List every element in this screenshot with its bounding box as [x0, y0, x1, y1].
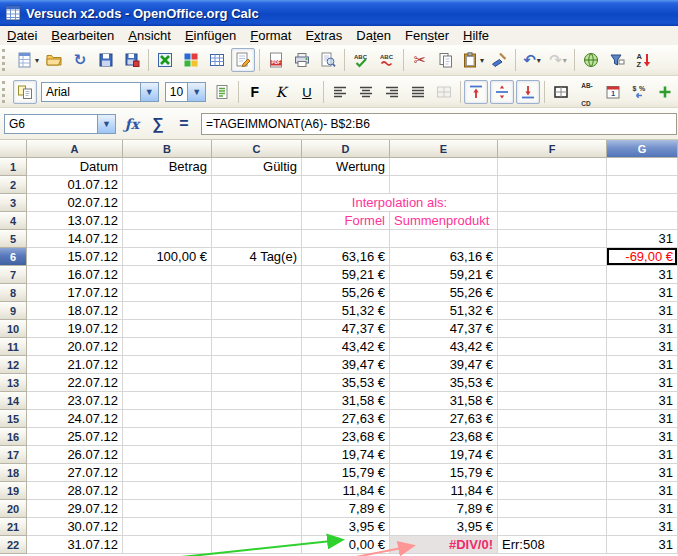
align-left-button[interactable] [328, 80, 352, 104]
cell-e2[interactable] [390, 176, 498, 194]
row-header-9[interactable]: 9 [0, 302, 27, 320]
cell-b5[interactable] [123, 230, 212, 248]
cell-g3[interactable] [607, 194, 678, 212]
cell-a12[interactable]: 21.07.12 [27, 356, 123, 374]
cell-g19[interactable]: 31 [607, 482, 678, 500]
auto-spellcheck-button[interactable]: ABC [375, 48, 399, 72]
font-size-dropdown[interactable]: ▼ [187, 83, 205, 101]
cell-c18[interactable] [212, 464, 302, 482]
cell-f16[interactable] [498, 428, 607, 446]
name-box-dropdown[interactable]: ▼ [97, 115, 115, 133]
cell-e5[interactable] [390, 230, 498, 248]
cell-e8[interactable]: 55,26 € [390, 284, 498, 302]
reload-button[interactable]: ↻ [68, 48, 92, 72]
cell-f7[interactable] [498, 266, 607, 284]
align-right-button[interactable] [380, 80, 404, 104]
cell-f13[interactable] [498, 374, 607, 392]
cell-e14[interactable]: 31,58 € [390, 392, 498, 410]
row-header-15[interactable]: 15 [0, 410, 27, 428]
cell-f5[interactable] [498, 230, 607, 248]
cell-c14[interactable] [212, 392, 302, 410]
toolbar-grip[interactable] [2, 81, 10, 103]
cell-c20[interactable] [212, 500, 302, 518]
cell-d3[interactable]: Interpolation als: [302, 194, 498, 212]
dropdown-caret[interactable]: ▾ [537, 56, 541, 65]
cell-d7[interactable]: 59,21 € [302, 266, 390, 284]
paste-button[interactable]: ▾ [460, 48, 485, 72]
cell-b22[interactable] [123, 536, 212, 554]
cell-g20[interactable]: 31 [607, 500, 678, 518]
cell-a20[interactable]: 29.07.12 [27, 500, 123, 518]
cell-d11[interactable]: 43,42 € [302, 338, 390, 356]
borders-button[interactable] [549, 80, 573, 104]
menu-extras[interactable]: Extras [298, 27, 349, 44]
cell-a10[interactable]: 19.07.12 [27, 320, 123, 338]
cell-c6[interactable]: 4 Tag(e) [212, 248, 302, 266]
cut-button[interactable]: ✂ [408, 48, 432, 72]
row-header-7[interactable]: 7 [0, 266, 27, 284]
dropdown-caret[interactable]: ▾ [563, 56, 567, 65]
row-header-13[interactable]: 13 [0, 374, 27, 392]
cell-g8[interactable]: 31 [607, 284, 678, 302]
cell-d15[interactable]: 27,63 € [302, 410, 390, 428]
font-size-combo[interactable]: 10▼ [165, 82, 206, 102]
align-vcenter-button[interactable] [490, 80, 514, 104]
cell-e19[interactable]: 11,84 € [390, 482, 498, 500]
page-format-button[interactable] [210, 80, 234, 104]
cell-d2[interactable] [302, 176, 390, 194]
cell-d14[interactable]: 31,58 € [302, 392, 390, 410]
hyperlink-button[interactable] [579, 48, 603, 72]
cell-f8[interactable] [498, 284, 607, 302]
cell-f21[interactable] [498, 518, 607, 536]
cell-a16[interactable]: 25.07.12 [27, 428, 123, 446]
cell-g18[interactable]: 31 [607, 464, 678, 482]
cell-b3[interactable] [123, 194, 212, 212]
cell-f2[interactable] [498, 176, 607, 194]
cell-d16[interactable]: 23,68 € [302, 428, 390, 446]
font-name-dropdown[interactable]: ▼ [140, 83, 158, 101]
cell-a13[interactable]: 22.07.12 [27, 374, 123, 392]
add-decimal-button[interactable] [653, 80, 677, 104]
menu-daten[interactable]: Daten [349, 27, 398, 44]
cell-c8[interactable] [212, 284, 302, 302]
edit-file-button[interactable] [231, 48, 255, 72]
cell-a2[interactable]: 01.07.12 [27, 176, 123, 194]
cell-b12[interactable] [123, 356, 212, 374]
cell-e9[interactable]: 51,32 € [390, 302, 498, 320]
cell-b4[interactable] [123, 212, 212, 230]
undo-button[interactable]: ↶▾ [520, 48, 544, 72]
row-header-20[interactable]: 20 [0, 500, 27, 518]
cell-e10[interactable]: 47,37 € [390, 320, 498, 338]
column-header-c[interactable]: C [212, 140, 302, 158]
toolbar-grip[interactable] [2, 49, 12, 71]
insert-table-button[interactable] [205, 48, 229, 72]
cell-f18[interactable] [498, 464, 607, 482]
cell-c2[interactable] [212, 176, 302, 194]
cell-g12[interactable]: 31 [607, 356, 678, 374]
underline-button[interactable]: U [295, 80, 319, 104]
formula-input[interactable]: =TAGEIMMONAT(A6)- B$2:B6 [201, 113, 677, 135]
name-box[interactable]: G6 ▼ [4, 114, 116, 134]
cell-c17[interactable] [212, 446, 302, 464]
cell-c13[interactable] [212, 374, 302, 392]
new-document-button[interactable]: ▾ [15, 48, 40, 72]
cell-c16[interactable] [212, 428, 302, 446]
row-header-17[interactable]: 17 [0, 446, 27, 464]
cell-g17[interactable]: 31 [607, 446, 678, 464]
cell-f9[interactable] [498, 302, 607, 320]
cell-c4[interactable] [212, 212, 302, 230]
save-as-button[interactable] [120, 48, 144, 72]
menu-ansicht[interactable]: Ansicht [121, 27, 178, 44]
print-button[interactable] [290, 48, 314, 72]
bold-button[interactable]: F [243, 80, 267, 104]
column-header-e[interactable]: E [390, 140, 498, 158]
cell-f17[interactable] [498, 446, 607, 464]
menu-hilfe[interactable]: Hilfe [456, 27, 496, 44]
copy-button[interactable] [434, 48, 458, 72]
cell-c5[interactable] [212, 230, 302, 248]
cell-g14[interactable]: 31 [607, 392, 678, 410]
column-header-g[interactable]: G [607, 140, 678, 158]
row-header-5[interactable]: 5 [0, 230, 27, 248]
row-header-10[interactable]: 10 [0, 320, 27, 338]
cell-c19[interactable] [212, 482, 302, 500]
